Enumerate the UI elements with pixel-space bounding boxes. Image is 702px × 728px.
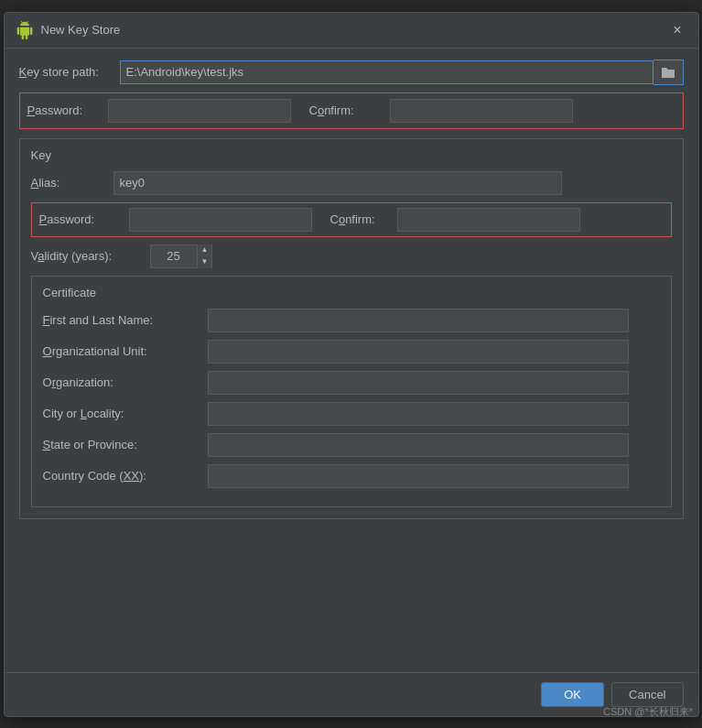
keystore-path-label: Key store path: [19, 65, 120, 79]
validity-input[interactable] [151, 246, 197, 266]
key-password-label: Password: [39, 212, 122, 226]
alias-label: Alias: [31, 176, 113, 190]
first-last-name-input[interactable] [208, 309, 629, 332]
keystore-path-row: Key store path: [19, 60, 684, 85]
key-password-input[interactable] [129, 208, 312, 232]
dialog-title: New Key Store [41, 23, 121, 37]
dialog-footer: OK Cancel [5, 672, 698, 716]
folder-browse-button[interactable] [653, 60, 684, 85]
top-password-label: Password: [27, 103, 101, 117]
org-row: Organization: [43, 371, 660, 395]
top-confirm-input[interactable] [390, 99, 573, 123]
city-input[interactable] [208, 402, 629, 426]
org-input[interactable] [208, 371, 629, 395]
keystore-path-input[interactable] [120, 60, 653, 84]
close-button[interactable]: × [667, 20, 686, 40]
city-row: City or Locality: [43, 402, 660, 426]
android-icon [16, 21, 34, 39]
spinbox-up-button[interactable]: ▲ [198, 244, 212, 256]
validity-spinbox: ▲ ▼ [150, 244, 213, 268]
first-last-name-label: First and Last Name: [43, 313, 208, 327]
certificate-section: Certificate First and Last Name: Organiz… [31, 276, 672, 507]
title-bar-left: New Key Store [16, 21, 121, 39]
dialog-body: Key store path: Password: Confirm: Key A… [5, 49, 698, 672]
key-confirm-input[interactable] [397, 208, 580, 232]
watermark: CSDN @*长秋归来* [603, 705, 693, 719]
title-bar: New Key Store × [5, 13, 698, 49]
new-key-store-dialog: New Key Store × Key store path: Password… [4, 12, 699, 717]
alias-row: Alias: [31, 171, 672, 195]
folder-icon [661, 66, 675, 79]
top-password-input[interactable] [108, 99, 291, 123]
org-unit-row: Organizational Unit: [43, 340, 660, 364]
country-label: Country Code (XX): [43, 469, 208, 483]
key-section-title: Key [31, 148, 672, 162]
city-label: City or Locality: [43, 407, 208, 420]
certificate-title: Certificate [43, 286, 660, 299]
org-label: Organization: [43, 375, 208, 389]
key-password-row: Password: Confirm: [31, 202, 672, 237]
cancel-button[interactable]: Cancel [611, 682, 683, 707]
org-unit-input[interactable] [208, 340, 629, 364]
ok-button[interactable]: OK [541, 682, 604, 707]
country-input[interactable] [208, 464, 629, 488]
top-password-row: Password: Confirm: [19, 92, 684, 129]
spinbox-down-button[interactable]: ▼ [198, 256, 212, 268]
state-label: State or Province: [43, 438, 208, 451]
top-confirm-label: Confirm: [309, 103, 383, 117]
country-row: Country Code (XX): [43, 464, 660, 488]
validity-label: Validity (years): [31, 249, 150, 263]
state-input[interactable] [208, 433, 629, 457]
first-last-name-row: First and Last Name: [43, 309, 660, 332]
spinbox-buttons: ▲ ▼ [197, 244, 212, 268]
org-unit-label: Organizational Unit: [43, 344, 208, 358]
key-section: Key Alias: Password: Confirm: Validity (… [19, 138, 684, 519]
validity-row: Validity (years): ▲ ▼ [31, 244, 672, 268]
key-confirm-label: Confirm: [330, 212, 390, 226]
state-row: State or Province: [43, 433, 660, 457]
alias-input[interactable] [113, 171, 562, 195]
